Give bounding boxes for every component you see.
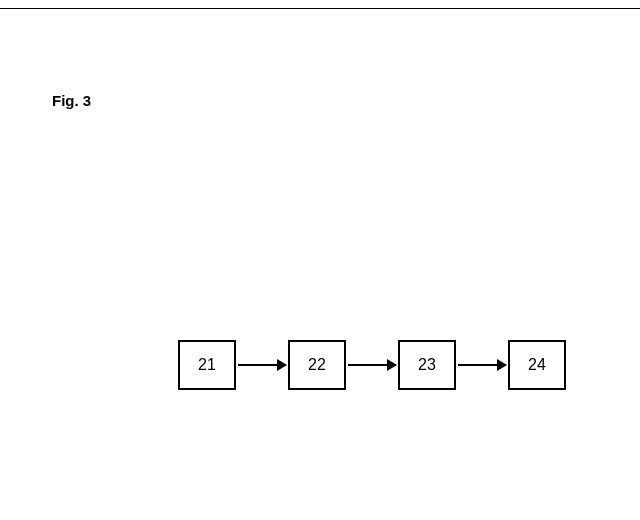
arrow-icon bbox=[238, 364, 286, 366]
flow-box-23: 23 bbox=[398, 340, 456, 390]
arrow-icon bbox=[458, 364, 506, 366]
flow-box-label: 24 bbox=[528, 356, 546, 374]
flow-box-label: 23 bbox=[418, 356, 436, 374]
flow-box-label: 22 bbox=[308, 356, 326, 374]
page: Fig. 3 21 22 23 24 bbox=[0, 0, 640, 520]
arrow-icon bbox=[348, 364, 396, 366]
top-border-rule bbox=[0, 8, 640, 9]
figure-label: Fig. 3 bbox=[52, 92, 91, 109]
flow-box-label: 21 bbox=[198, 356, 216, 374]
flow-box-24: 24 bbox=[508, 340, 566, 390]
flow-box-22: 22 bbox=[288, 340, 346, 390]
flow-box-21: 21 bbox=[178, 340, 236, 390]
flow-diagram: 21 22 23 24 bbox=[178, 340, 566, 390]
